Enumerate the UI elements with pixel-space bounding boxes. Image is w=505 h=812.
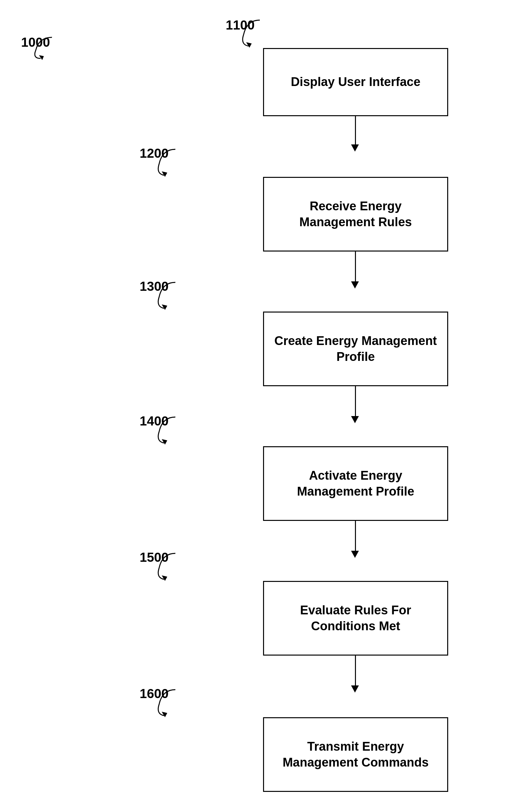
svg-marker-1: [246, 42, 252, 48]
arrow-4-to-5: [355, 521, 356, 552]
create-energy-profile-box: Create Energy Management Profile: [263, 312, 448, 386]
svg-marker-2: [162, 171, 167, 177]
arrow-1200: [156, 146, 188, 179]
arrowhead-4-to-5: [351, 551, 359, 558]
arrow-1600: [156, 687, 188, 719]
arrow-1000: [32, 34, 65, 60]
arrow-2-to-3: [355, 252, 356, 282]
arrow-1-to-2: [355, 116, 356, 146]
arrow-1400: [156, 414, 188, 446]
arrow-3-to-4: [355, 386, 356, 417]
diagram-container: 1000 1100 Display User Interface 1200 Re…: [0, 0, 505, 812]
svg-marker-6: [162, 712, 167, 717]
arrowhead-1-to-2: [351, 145, 359, 152]
svg-marker-3: [162, 304, 167, 310]
transmit-energy-commands-box: Transmit Energy Management Commands: [263, 717, 448, 792]
svg-marker-0: [39, 55, 44, 60]
arrow-5-to-6: [355, 655, 356, 687]
activate-energy-profile-box: Activate Energy Management Profile: [263, 446, 448, 521]
svg-marker-4: [162, 439, 167, 445]
svg-marker-5: [162, 575, 167, 581]
display-user-interface-box: Display User Interface: [263, 48, 448, 116]
arrowhead-3-to-4: [351, 416, 359, 423]
receive-energy-rules-box: Receive Energy Management Rules: [263, 177, 448, 252]
arrow-1100: [240, 17, 273, 49]
arrow-1500: [156, 550, 188, 582]
evaluate-rules-box: Evaluate Rules For Conditions Met: [263, 581, 448, 655]
arrowhead-2-to-3: [351, 281, 359, 288]
arrowhead-5-to-6: [351, 686, 359, 693]
arrow-1300: [156, 279, 188, 312]
